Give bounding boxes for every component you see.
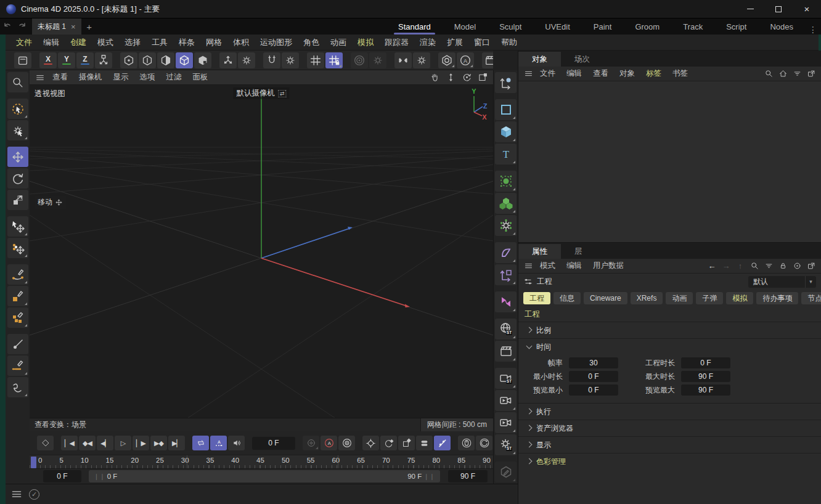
viewport-zoom-tool[interactable] (7, 72, 28, 92)
playback-rate-button[interactable] (476, 436, 492, 450)
record-parameter-button[interactable] (416, 436, 433, 450)
preview-range-slider[interactable]: ❘❘ 0 F 90 F ❘❘ (89, 470, 440, 482)
tab-attributes[interactable]: 属性 (518, 244, 561, 259)
section-color-management-header[interactable]: 色彩管理 (518, 453, 821, 469)
project-duration-field[interactable]: 0 F (681, 357, 730, 368)
history-forward-icon[interactable]: → (720, 260, 732, 272)
cube-primitive-button[interactable] (495, 121, 517, 142)
redo-icon[interactable] (15, 18, 30, 35)
layout-tab-uvedit[interactable]: UVEdit (533, 18, 581, 35)
document-tab-close-icon[interactable]: × (71, 22, 76, 31)
brush-tool[interactable] (7, 334, 28, 354)
text-object-button[interactable]: T (495, 144, 517, 165)
cat-tab-project[interactable]: 工程 (523, 292, 550, 304)
rectangle-spline-tool[interactable] (7, 286, 28, 306)
at-menu-mode[interactable]: 模式 (534, 261, 561, 271)
preset-dropdown[interactable]: 默认 ▾ (748, 276, 816, 288)
current-frame-field[interactable]: 0 F (252, 437, 295, 450)
stage-object-button[interactable] (495, 341, 517, 362)
menu-simulate[interactable]: 模拟 (352, 37, 379, 48)
cat-tab-info[interactable]: 信息 (553, 292, 581, 304)
previous-frame-button[interactable]: ◀▏ (97, 436, 113, 450)
section-execution-header[interactable]: 执行 (518, 404, 821, 420)
go-to-end-button[interactable]: ▶▏ (168, 436, 185, 450)
points-move-tool[interactable] (7, 238, 28, 258)
layout-tab-model[interactable]: Model (443, 18, 488, 35)
sketch-tool[interactable] (7, 356, 28, 376)
vp-menu-cameras[interactable]: 摄像机 (73, 72, 108, 83)
falloff-button[interactable] (351, 52, 368, 68)
at-menu-userdata[interactable]: 用户数据 (587, 261, 629, 271)
track-selection-icon[interactable] (791, 260, 803, 272)
model-mode-button[interactable] (176, 52, 193, 68)
menu-mograph[interactable]: 运动图形 (255, 37, 298, 48)
range-grip-left[interactable]: ❘❘ (94, 473, 105, 480)
layout-tab-track[interactable]: Track (671, 18, 714, 35)
at-menu-edit[interactable]: 编辑 (561, 261, 587, 271)
section-scale-header[interactable]: 比例 (518, 322, 821, 338)
om-hamburger-icon[interactable] (522, 68, 534, 80)
next-key-button[interactable]: ▶◆ (150, 436, 167, 450)
viewport-canvas[interactable]: 透视视图 默认摄像机 ⇄ 移动 Y Z X (30, 85, 493, 418)
menu-mode[interactable]: 模式 (92, 37, 119, 48)
symmetry-settings-button[interactable] (413, 52, 430, 68)
light-object-button[interactable]: ST (495, 434, 517, 455)
grid-button[interactable] (307, 52, 324, 68)
cat-tab-todo[interactable]: 待办事项 (756, 292, 798, 304)
layout-more-icon[interactable]: ⋮ (805, 25, 821, 35)
axis-settings-button[interactable] (238, 52, 255, 68)
playback-mouse-options-button[interactable] (458, 436, 475, 450)
spline-smooth-tool[interactable] (7, 377, 28, 397)
om-menu-bookmarks[interactable]: 书签 (667, 68, 693, 79)
timeline-ruler[interactable]: 051015202530354045505560657075808590 (30, 455, 493, 468)
record-keyframe-button[interactable] (37, 436, 54, 450)
om-external-window-icon[interactable] (805, 68, 817, 80)
section-display-header[interactable]: 显示 (518, 437, 821, 453)
menu-create[interactable]: 创建 (65, 37, 92, 48)
render-settings-button[interactable]: A (457, 52, 474, 68)
history-back-icon[interactable]: ← (706, 260, 718, 272)
motion-camera-button[interactable] (495, 390, 517, 411)
menu-tracker[interactable]: 跟踪器 (379, 37, 414, 48)
render-active-view-button[interactable] (482, 52, 493, 68)
lock-icon[interactable] (777, 260, 789, 272)
tab-takes[interactable]: 场次 (561, 52, 603, 67)
menu-character[interactable]: 角色 (298, 37, 325, 48)
snap-settings-button[interactable] (282, 52, 299, 68)
falloff-settings-button[interactable] (369, 52, 386, 68)
om-search-icon[interactable] (762, 68, 775, 80)
layout-tab-sculpt[interactable]: Sculpt (488, 18, 533, 35)
deformer-button[interactable] (495, 242, 517, 263)
rotate-tool[interactable] (7, 168, 28, 189)
scale-tool[interactable] (7, 190, 28, 210)
menu-tools[interactable]: 工具 (146, 37, 173, 48)
cat-tab-xrefs[interactable]: XRefs (631, 292, 663, 304)
tab-objects[interactable]: 对象 (518, 52, 561, 67)
sound-playback-button[interactable] (228, 436, 245, 450)
keying-settings-button[interactable] (338, 436, 355, 450)
new-document-button[interactable]: + (81, 18, 97, 35)
menu-help[interactable]: 帮助 (496, 37, 523, 48)
preview-max-field[interactable]: 90 F (681, 384, 730, 396)
layout-tab-nodes[interactable]: Nodes (758, 18, 805, 35)
tweak-tool[interactable] (7, 120, 28, 140)
instance-object-button[interactable] (495, 264, 517, 285)
go-to-start-button[interactable]: ▏◀ (61, 436, 78, 450)
record-scale-button[interactable] (398, 436, 415, 450)
previous-key-button[interactable]: ◆◀ (79, 436, 96, 450)
menu-window[interactable]: 窗口 (468, 37, 496, 48)
vp-menu-filter[interactable]: 过滤 (161, 72, 187, 83)
cat-tab-animation[interactable]: 动画 (666, 292, 693, 304)
vp-menu-panel[interactable]: 面板 (187, 72, 214, 83)
max-time-field[interactable]: 90 F (681, 371, 730, 382)
workplane-button[interactable] (95, 52, 112, 68)
at-filter-icon[interactable] (762, 260, 775, 272)
texture-mode-button[interactable] (194, 52, 211, 68)
record-rotation-button[interactable] (380, 436, 397, 450)
render-view-button[interactable] (438, 52, 455, 68)
at-search-icon[interactable] (748, 260, 761, 272)
parent-up-icon[interactable]: ↑ (734, 260, 746, 272)
polygons-mode-button[interactable] (157, 52, 174, 68)
pan-view-icon[interactable] (428, 71, 441, 84)
menu-volume[interactable]: 体积 (227, 37, 255, 48)
